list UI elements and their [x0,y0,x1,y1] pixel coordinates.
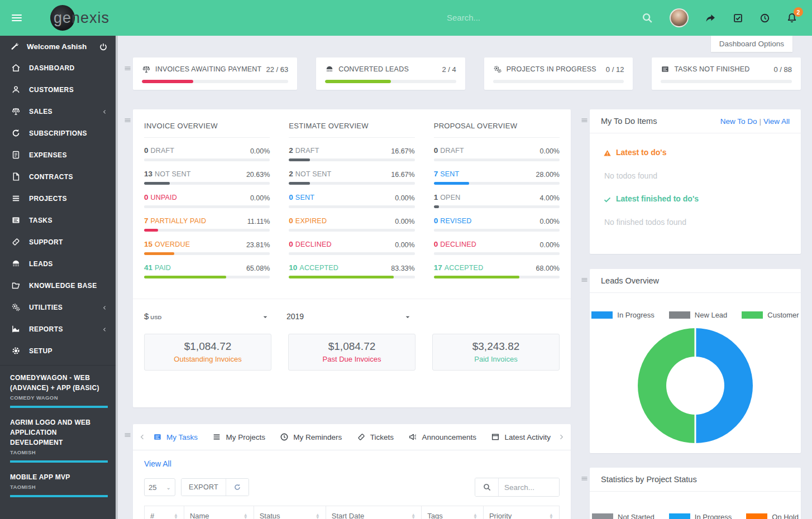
sidebar-menu-item[interactable]: LEADS [0,253,118,275]
tab[interactable]: My Projects [212,433,265,441]
refresh-button[interactable] [226,479,249,496]
row-label[interactable]: NOT SENT [155,170,191,178]
overview-row[interactable]: 0DRAFT 0.00% [434,145,560,161]
legend-item[interactable]: In Progress [669,513,732,519]
project-title[interactable]: AGRIM LOGO AND WEB APPLICATION DEVELOPME… [10,417,108,448]
overview-row[interactable]: 0UNPAID 0.00% [144,192,270,208]
global-search-input[interactable] [447,13,631,22]
tab[interactable]: Announcements [408,433,476,441]
tab[interactable]: Tickets [357,433,394,441]
page-size-select[interactable]: 25 ⌄ [144,478,175,496]
table-column-header[interactable]: Status▲▼ [254,506,326,519]
overview-row[interactable]: 2NOT SENT 16.67% [289,169,414,185]
tab[interactable]: Latest Activity [491,433,551,441]
row-label[interactable]: UNPAID [151,194,178,201]
overview-row[interactable]: 17ACCEPTED 68.00% [434,262,560,278]
timers-clock-icon[interactable] [760,13,770,23]
legend-item[interactable]: In Progress [591,311,654,319]
table-column-header[interactable]: Tags▲▼ [422,506,484,519]
row-label[interactable]: DECLINED [440,241,476,248]
todo-check-icon[interactable] [733,13,743,23]
tab[interactable]: My Tasks [153,433,198,441]
overview-row[interactable]: 0DECLINED 0.00% [434,239,560,255]
sidebar-menu-item[interactable]: KNOWLEDGE BASE [0,275,118,296]
overview-row[interactable]: 0DECLINED 0.00% [289,239,414,255]
row-label[interactable]: ACCEPTED [445,264,484,272]
overview-row[interactable]: 0DRAFT 0.00% [144,145,270,161]
sidebar-menu-item[interactable]: DASHBOARD [0,57,118,79]
share-icon[interactable] [705,12,717,24]
view-all-link[interactable]: View All [144,459,171,468]
logout-power-icon[interactable] [99,41,108,51]
table-column-header[interactable]: Name▲▼ [184,506,254,519]
sidebar-menu-item[interactable]: UTILITIES [0,296,118,318]
row-label[interactable]: DECLINED [295,241,332,248]
overview-row[interactable]: 10ACCEPTED 83.33% [289,262,414,278]
table-search-icon[interactable] [475,478,499,496]
stat-card[interactable]: INVOICES AWAITING PAYMENT 22 / 63 [133,57,297,90]
overview-row[interactable]: 0EXPIRED 0.00% [289,215,414,232]
tab[interactable]: My Reminders [280,433,342,441]
stat-card[interactable]: CONVERTED LEADS 2 / 4 [316,57,465,90]
tabs-scroll-left-icon[interactable] [138,433,146,441]
stat-card[interactable]: PROJECTS IN PROGRESS 0 / 12 [484,57,633,90]
table-column-header[interactable]: Start Date▲▼ [326,506,422,519]
todo-view-all-link[interactable]: View All [763,117,790,126]
sidebar-menu-item[interactable]: CUSTOMERS [0,79,118,100]
row-label[interactable]: SENT [440,170,459,178]
overview-row[interactable]: 0REVISED 0.00% [434,215,560,232]
legend-item[interactable]: On Hold [746,513,799,519]
sidebar-menu-item[interactable]: EXPENSES [0,144,118,166]
sidebar-menu-item[interactable]: SUBSCRIPTIONS [0,122,118,144]
overview-row[interactable]: 13NOT SENT 20.63% [144,169,270,185]
sidebar-menu-item[interactable]: SALES [0,100,118,122]
row-label[interactable]: SENT [295,194,314,201]
search-icon[interactable] [641,12,653,24]
drag-handle-icon[interactable] [580,115,589,125]
brand-logo[interactable]: genexis [41,0,109,36]
notifications-bell-icon[interactable]: 2 [786,12,797,23]
new-todo-link[interactable]: New To Do [720,117,757,126]
sidebar-project-item[interactable]: MOBILE APP MVP TAOMISH [10,472,108,497]
sidebar-project-item[interactable]: COMEDYWAGON - WEB (ADVANCE) + APP (BASIC… [10,373,108,408]
row-label[interactable]: PARTIALLY PAID [151,217,207,225]
sidebar-menu-item[interactable]: PROJECTS [0,188,118,209]
export-button[interactable]: EXPORT [181,479,226,496]
row-label[interactable]: ACCEPTED [299,264,338,272]
legend-item[interactable]: Not Started [592,513,655,519]
row-label[interactable]: PAID [155,264,171,272]
menu-toggle-icon[interactable] [0,13,34,23]
sidebar-project-item[interactable]: AGRIM LOGO AND WEB APPLICATION DEVELOPME… [10,417,108,463]
legend-item[interactable]: Customer [742,311,799,319]
overview-row[interactable]: 15OVERDUE 23.81% [144,239,270,255]
overview-row[interactable]: 0SENT 0.00% [289,192,414,208]
currency-select[interactable]: $USD [144,311,270,321]
row-label[interactable]: DRAFT [151,147,175,155]
row-label[interactable]: NOT SENT [295,170,332,178]
overview-row[interactable]: 7SENT 28.00% [434,169,560,185]
project-title[interactable]: COMEDYWAGON - WEB (ADVANCE) + APP (BASIC… [10,373,108,393]
overview-row[interactable]: 1OPEN 4.00% [434,192,560,208]
row-label[interactable]: EXPIRED [295,217,327,225]
sidebar-menu-item[interactable]: SETUP [0,340,118,362]
table-search-input[interactable] [499,478,559,496]
row-label[interactable]: REVISED [440,217,471,225]
row-label[interactable]: OVERDUE [155,241,190,248]
project-title[interactable]: MOBILE APP MVP [10,472,108,482]
avatar[interactable] [670,8,689,27]
table-column-header[interactable]: Priority▲▼ [483,506,559,519]
drag-handle-icon[interactable] [123,430,132,440]
drag-handle-icon[interactable] [123,63,132,73]
row-label[interactable]: OPEN [440,194,460,201]
stat-card[interactable]: TASKS NOT FINISHED 0 / 88 [652,57,801,90]
row-label[interactable]: DRAFT [295,147,319,155]
sidebar-menu-item[interactable]: CONTRACTS [0,166,118,188]
overview-row[interactable]: 2DRAFT 16.67% [289,145,414,161]
overview-row[interactable]: 7PARTIALLY PAID 11.11% [144,215,270,232]
drag-handle-icon[interactable] [580,275,589,285]
row-label[interactable]: DRAFT [440,147,464,155]
sidebar-menu-item[interactable]: TASKS [0,209,118,231]
table-column-header[interactable]: #▲▼ [145,506,184,519]
legend-item[interactable]: New Lead [669,311,728,319]
tabs-scroll-right-icon[interactable] [557,433,565,441]
